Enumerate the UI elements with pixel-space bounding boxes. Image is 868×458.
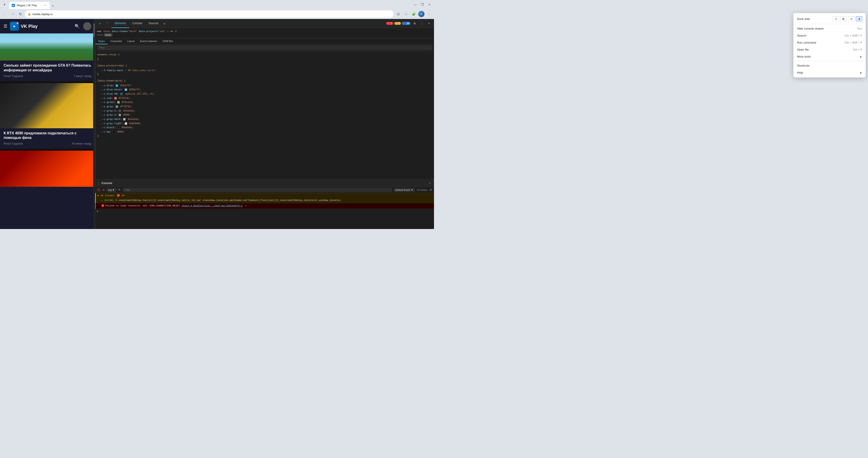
vkplay-content[interactable]: Сколько займет прохождение GTA 6? Появил… (0, 33, 95, 229)
color-swatch-gray[interactable] (116, 105, 118, 108)
color-swatch-gray-2[interactable] (119, 110, 121, 112)
styles-tabs: Styles Computed Layout Event Listeners D… (95, 38, 434, 44)
default-levels-selector[interactable]: Default levels ▼ (394, 188, 415, 192)
refresh-button[interactable]: ↻ (17, 11, 24, 17)
article-meta-1: Ренат Садыков 7 минут назад (4, 74, 91, 78)
console-error-text-1: Failed to load resource: net::ERR_CONNEC… (105, 204, 180, 207)
console-dots-icon[interactable]: ⋮ (97, 182, 100, 185)
vkplay-header: ☰ ▶ 🎅 VK Play 🔍 (0, 19, 95, 33)
menu-icon[interactable]: ⋮ (426, 11, 432, 17)
tab-event-listeners[interactable]: Event Listeners (137, 38, 160, 44)
minimize-button[interactable]: — (412, 2, 418, 7)
console-top-label: top (108, 189, 112, 191)
info-count-badge: 🔵 28 (402, 22, 410, 25)
cursor-tool-icon[interactable]: ⊹ (97, 20, 103, 27)
warn-icon: ⚠ (396, 22, 398, 25)
console-filter-input[interactable] (123, 188, 392, 192)
profile-switcher[interactable]: ▼ (2, 2, 7, 7)
article-time-1: 7 минут назад (73, 74, 91, 78)
color-swatch-red[interactable] (114, 97, 117, 99)
tab-close-button[interactable]: × (43, 4, 47, 7)
tab-layout[interactable]: Layout (125, 38, 137, 44)
color-swatch-blue[interactable] (116, 85, 118, 87)
article-image-3 (0, 151, 95, 187)
back-button[interactable]: ← (2, 11, 8, 17)
body-element[interactable]: <body data-theme="dark" data-project="vk… (103, 30, 177, 33)
tab-dom-breakpoints[interactable]: DOM Bre (160, 38, 176, 44)
active-tab[interactable]: ▶ Медиа | VK Play × (9, 2, 50, 9)
new-tab-button[interactable]: + (50, 3, 56, 9)
article-card-1[interactable]: Сколько займет прохождение GTA 6? Появил… (0, 33, 95, 81)
breadcrumb-html[interactable]: html (97, 34, 103, 36)
css-prop-red: --c-red: #ff614c; (101, 96, 432, 100)
device-tool-icon[interactable]: 📱 (104, 20, 111, 27)
css-prop-black: --c-black: #0e0e0e; (101, 126, 432, 130)
more-tabs-button[interactable]: » (162, 21, 167, 26)
tab-sources[interactable]: Sources (145, 19, 162, 28)
breadcrumb-body[interactable]: body (104, 33, 112, 37)
styles-panel: Styles Computed Layout Event Listeners D… (95, 38, 434, 179)
console-prohibit-icon[interactable]: 🚫 (97, 188, 101, 192)
extensions-icon[interactable]: 🧩 (410, 11, 417, 17)
console-log-error-1: 🔴 Failed to load resource: net::ERR_CONN… (95, 203, 434, 209)
color-swatch-blue-hover[interactable] (125, 89, 127, 91)
console-error-icon-1: 🔴 (101, 204, 104, 207)
console-error-ext-link-icon[interactable]: ⊕ (245, 205, 246, 207)
address-bar[interactable]: 🔒 media.vkplay.ru (25, 10, 394, 18)
console-panel: ⋮ Console × 🚫 ⊘ top ▼ 👁 (95, 179, 434, 229)
elements-html-line: ▶●▼ <body data-theme="dark" data-project… (95, 28, 434, 38)
error-icon: 🔴 (388, 22, 390, 25)
color-swatch-gray-dark[interactable] (123, 118, 125, 120)
css-selector-theme-dark: [data-theme=dark] { (97, 79, 432, 83)
tab-console[interactable]: Console (129, 19, 145, 28)
window-controls-right: — ❐ × (412, 2, 432, 7)
article-author-1: Ренат Садыков (4, 74, 23, 78)
console-top-selector[interactable]: top ▼ (107, 188, 116, 192)
styles-filter-input[interactable] (97, 45, 432, 50)
cast-icon[interactable]: ⊡ (395, 11, 401, 17)
page-scrollbar[interactable] (93, 19, 95, 229)
tab-computed[interactable]: Computed (107, 38, 125, 44)
forward-button[interactable]: → (9, 11, 16, 17)
styles-content[interactable]: element.style { } [data-project=vkp] { -… (95, 51, 434, 179)
hamburger-menu-icon[interactable]: ☰ (4, 24, 7, 29)
browser-content: ☰ ▶ 🎅 VK Play 🔍 (0, 19, 434, 229)
devtools-settings-icon[interactable]: ⚙ (411, 20, 418, 27)
console-block-icon[interactable]: ⊘ (102, 188, 105, 192)
issues-expand-icon[interactable]: ▶ (98, 194, 99, 197)
console-error-link-1[interactable]: stats.g.doubleclick...CAAT~&z=258186076:… (182, 204, 243, 207)
console-settings-icon[interactable]: ⚙ (430, 188, 432, 192)
color-swatch-bg[interactable] (113, 131, 115, 133)
color-swatch-gray-3[interactable] (119, 114, 121, 116)
vkplay-logo[interactable]: ▶ 🎅 VK Play (10, 22, 37, 31)
article-title-2: К RTX 4090 предложили подключаться с пом… (4, 131, 91, 140)
tab-elements[interactable]: Elements (112, 19, 129, 28)
vkplay-search-icon[interactable]: 🔍 (74, 24, 80, 29)
css-selector-project: [data-project=vkp] { (97, 64, 432, 68)
color-swatch-black[interactable] (117, 127, 120, 129)
console-close-button[interactable]: × (428, 181, 432, 186)
scrollbar-thumb (93, 24, 95, 37)
devtools-close-icon[interactable]: × (426, 20, 432, 27)
expand-toggle[interactable]: ▶●▼ (97, 30, 101, 33)
restore-button[interactable]: ❐ (420, 2, 425, 7)
console-eye-icon[interactable]: 👁 (118, 188, 121, 192)
ssl-lock-icon: 🔒 (28, 12, 31, 15)
issues-count-text: 28 Issues: 🔴 28 (100, 194, 124, 197)
close-button[interactable]: × (427, 2, 432, 7)
tab-styles[interactable]: Styles (95, 38, 107, 44)
color-swatch-green[interactable] (117, 101, 120, 103)
vkplay-user-avatar[interactable] (83, 22, 91, 30)
devtools-more-icon[interactable]: ⋮ (418, 20, 425, 27)
bookmark-icon[interactable]: ☆ (403, 11, 409, 17)
css-prop-blue-hover: --c-blue-hover: #56bfff; (101, 88, 432, 92)
vkplay-header-right: 🔍 (74, 22, 91, 30)
article-card-3[interactable] (0, 151, 95, 187)
color-swatch-gray-light[interactable] (125, 122, 127, 125)
css-rule-project: [data-project=vkp] { --f-family-main : V… (97, 64, 432, 76)
article-card-2[interactable]: К RTX 4090 предложили подключаться с пом… (0, 83, 95, 149)
profile-button[interactable]: A (418, 11, 425, 17)
color-swatch-blue-40[interactable] (120, 93, 123, 95)
title-bar: ▼ ▶ Медиа | VK Play × + — ❐ × (0, 0, 434, 9)
warn-count-badge: ⚠ 5 (394, 22, 401, 25)
